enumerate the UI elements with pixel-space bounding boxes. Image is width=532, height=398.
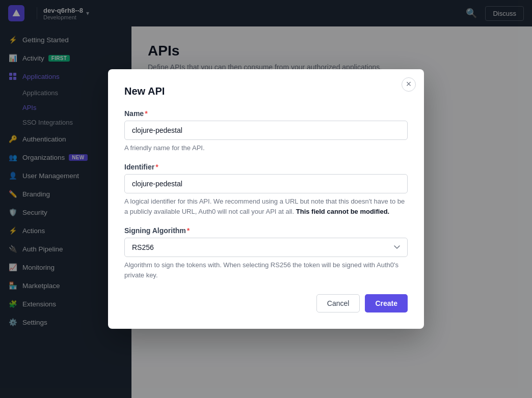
identifier-field-group: Identifier* A logical identifier for thi…	[124, 163, 408, 216]
name-input[interactable]	[124, 121, 408, 140]
identifier-label: Identifier*	[124, 163, 408, 171]
signing-algorithm-hint: Algorithm to sign the tokens with. When …	[124, 260, 408, 280]
signing-algorithm-required: *	[187, 226, 190, 235]
modal-footer: Cancel Create	[124, 294, 408, 312]
identifier-hint: A logical identifier for this API. We re…	[124, 196, 408, 216]
modal-close-button[interactable]: ×	[402, 77, 416, 92]
name-label: Name*	[124, 109, 408, 118]
name-hint: A friendly name for the API.	[124, 143, 408, 153]
name-field-group: Name* A friendly name for the API.	[124, 109, 408, 153]
cancel-button[interactable]: Cancel	[316, 294, 360, 312]
create-button[interactable]: Create	[365, 294, 408, 312]
signing-algorithm-field-group: Signing Algorithm* RS256 HS256 Algorithm…	[124, 226, 408, 280]
signing-algorithm-select[interactable]: RS256 HS256	[124, 238, 408, 257]
identifier-input[interactable]	[124, 174, 408, 193]
identifier-hint-bold: This field cannot be modified.	[296, 208, 389, 215]
signing-algorithm-label: Signing Algorithm*	[124, 226, 408, 235]
modal-overlay: New API × Name* A friendly name for the …	[0, 0, 532, 398]
close-icon: ×	[406, 79, 412, 90]
modal-title: New API	[124, 86, 408, 97]
name-required: *	[145, 109, 147, 118]
new-api-modal: New API × Name* A friendly name for the …	[108, 69, 424, 329]
identifier-required: *	[155, 163, 158, 171]
